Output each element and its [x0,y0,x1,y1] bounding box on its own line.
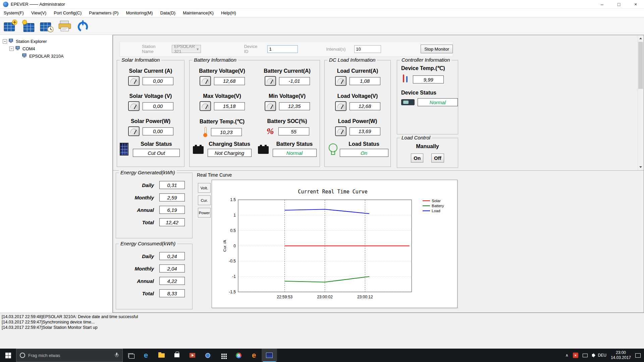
tab-cur[interactable]: Cur. [198,195,211,205]
solar-status-block: Solar Status Cut Out [117,139,184,157]
system-tray: ∧ × DEU 23:00 14.03.2017 [566,350,644,360]
video-app-button[interactable] [184,349,200,362]
edge-button[interactable]: e [138,349,154,362]
browser-e-button[interactable]: e [246,349,262,362]
station-icon [9,39,14,44]
menu-data[interactable]: Data(D) [157,9,179,17]
svg-text:23:00:12: 23:00:12 [357,295,373,299]
window-title: EPEVER —— Administrator [11,2,65,7]
charging-status-block: Charging Status Not Charging [190,139,255,157]
menu-maintenance[interactable]: Maintenance(K) [179,9,217,17]
browser-e-icon: e [252,352,256,359]
load-off-button[interactable]: Off [431,154,444,163]
log-line: [14.03.2017 22:59:47]Solar Station Monit… [2,325,642,330]
log-line: [14.03.2017 22:59:48]EPSOLAR 3210A: Devi… [2,314,642,319]
row-label: Daily [142,182,154,188]
collapse-icon[interactable] [3,39,7,44]
file-explorer-button[interactable] [154,349,169,362]
display-tray-icon[interactable] [583,354,588,357]
tree-node-station-explorer[interactable]: Station Explorer [0,38,112,45]
epever-app-button[interactable] [262,349,277,362]
tray-time: 23:00 [616,350,626,355]
task-view-button[interactable] [123,349,138,362]
load-control-group: Load Control Manually On Off [397,138,458,168]
tree-node-epsolar-3210a[interactable]: EPSOLAR 3210A [0,52,112,60]
svg-text:1.5: 1.5 [230,197,236,202]
maximize-button[interactable]: □ [610,0,627,8]
metric-battery-voltage: Battery Voltage(V) 12,68 [190,64,255,89]
blue-app-button[interactable] [200,349,215,362]
power-icon[interactable] [75,18,91,34]
thermometer-icon [203,127,208,137]
scroll-up-arrow[interactable] [638,36,643,41]
vertical-scrollbar[interactable] [638,36,643,170]
minimize-button[interactable]: – [594,0,610,8]
tab-power[interactable]: Power [198,208,211,218]
action-center-icon[interactable] [635,353,641,358]
file-explorer-icon [158,353,165,358]
energy-row: Daily0,31 [116,181,185,189]
tray-date: 14.03.2017 [611,355,631,360]
menu-port-config[interactable]: Port Config(C) [50,9,85,17]
microphone-icon[interactable] [115,353,118,358]
solar-power-value: 0,00 [143,127,173,135]
min-voltage-label: Min Voltage(V) [269,93,306,99]
svg-text:Solar: Solar [432,199,441,203]
store-button[interactable] [169,349,184,362]
dual-thermometer-icon [401,74,410,85]
volume-icon[interactable] [592,354,594,357]
search-input[interactable] [28,353,113,358]
load-status-value: On [340,149,388,157]
group-title: Controller Information [400,57,451,63]
station-name-select[interactable]: EPSOLAR 321 [172,45,201,53]
station-clock-icon[interactable] [39,18,54,34]
red-tray-icon[interactable]: × [573,353,578,358]
load-on-button[interactable]: On [411,154,423,163]
collapse-icon[interactable] [9,47,14,51]
energy-row: Total12,42 [116,218,185,226]
svg-text:0: 0 [233,244,236,248]
tree-node-com4[interactable]: COM4 [0,45,112,52]
station-settings-icon[interactable] [21,18,36,34]
add-station-icon[interactable] [3,18,18,34]
station-name-label: Station Name [142,44,164,54]
interval-input[interactable] [354,45,381,53]
gauge-icon [128,126,140,136]
svg-text:1: 1 [233,213,236,218]
metric-load-voltage: Load Voltage(V) 12,68 [325,89,390,114]
scroll-down-arrow[interactable] [638,164,643,170]
load-power-label: Load Power(W) [338,118,377,124]
device-id-input[interactable] [267,45,298,53]
edge-icon: e [144,352,148,359]
lightbulb-icon [327,142,337,156]
gauge-icon [200,101,211,111]
print-device-icon[interactable] [57,18,72,34]
tree-node-label: Station Explorer [16,39,47,44]
show-hidden-icons-chevron[interactable]: ∧ [566,353,569,358]
stop-monitor-button[interactable]: Stop Monitor [421,45,453,53]
scrollbar-track[interactable] [638,89,643,164]
device-temp-value: 9,99 [413,75,444,83]
windows-logo-icon [5,353,11,358]
menu-monitoring[interactable]: Monitoring(M) [122,9,156,17]
menu-help[interactable]: Help(H) [217,9,240,17]
menu-system[interactable]: System(F) [0,9,28,17]
all-apps-button[interactable] [215,349,231,362]
svg-text:Battery: Battery [432,204,444,208]
svg-text:23:00:02: 23:00:02 [317,295,333,299]
group-title: Energy Consumed(kWh) [119,241,177,246]
taskbar-search[interactable] [16,349,123,362]
scrollbar-thumb[interactable] [638,42,643,89]
solar-current-value: 0,00 [143,77,173,85]
language-indicator[interactable]: DEU [598,353,606,358]
min-voltage-value: 12,35 [279,102,310,110]
close-button[interactable]: × [627,0,644,8]
menu-parameters[interactable]: Parameters (P) [85,9,122,17]
clock[interactable]: 23:00 14.03.2017 [611,350,631,360]
start-button[interactable] [0,349,16,362]
menu-view[interactable]: View(V) [28,9,50,17]
row-label: Total [142,291,154,296]
tree-node-label: COM4 [22,46,35,51]
chrome-button[interactable] [231,349,246,362]
tab-volt[interactable]: Volt. [198,183,211,193]
